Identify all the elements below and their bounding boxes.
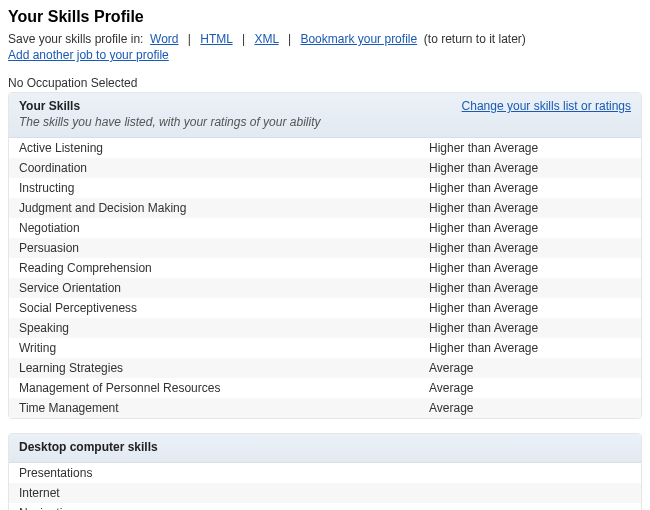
skill-rating: Higher than Average [429, 240, 631, 256]
page-title: Your Skills Profile [8, 8, 642, 26]
skill-row: Service OrientationHigher than Average [9, 278, 641, 298]
skill-row: SpeakingHigher than Average [9, 318, 641, 338]
skill-rating: Average [429, 380, 631, 396]
skill-row: Social PerceptivenessHigher than Average [9, 298, 641, 318]
skill-name: Judgment and Decision Making [19, 200, 429, 216]
skill-name: Active Listening [19, 140, 429, 156]
add-job-line: Add another job to your profile [8, 48, 642, 62]
skill-rating: Higher than Average [429, 320, 631, 336]
skill-row: Management of Personnel ResourcesAverage [9, 378, 641, 398]
skill-name: Writing [19, 340, 429, 356]
desktop-skill-name: Presentations [19, 465, 429, 481]
skill-rating: Average [429, 400, 631, 416]
skill-row: Reading ComprehensionHigher than Average [9, 258, 641, 278]
skill-row: Learning StrategiesAverage [9, 358, 641, 378]
separator: | [242, 32, 245, 46]
skill-name: Reading Comprehension [19, 260, 429, 276]
skill-row: Active ListeningHigher than Average [9, 138, 641, 158]
skill-name: Social Perceptiveness [19, 300, 429, 316]
skill-row: NegotiationHigher than Average [9, 218, 641, 238]
skill-rating: Higher than Average [429, 180, 631, 196]
skill-rating: Average [429, 360, 631, 376]
skill-rating: Higher than Average [429, 140, 631, 156]
skill-rating: Higher than Average [429, 160, 631, 176]
desktop-skill-name: Navigation [19, 505, 429, 510]
skill-rating: Higher than Average [429, 340, 631, 356]
skill-name: Learning Strategies [19, 360, 429, 376]
separator: | [288, 32, 291, 46]
skill-name: Management of Personnel Resources [19, 380, 429, 396]
save-text: Save your skills profile in: [8, 32, 143, 46]
your-skills-panel: Your Skills The skills you have listed, … [8, 92, 642, 419]
skill-name: Negotiation [19, 220, 429, 236]
skill-row: CoordinationHigher than Average [9, 158, 641, 178]
change-skills-link[interactable]: Change your skills list or ratings [462, 99, 631, 113]
skill-name: Instructing [19, 180, 429, 196]
separator: | [188, 32, 191, 46]
save-suffix: (to return to it later) [424, 32, 526, 46]
skill-rating: Higher than Average [429, 260, 631, 276]
desktop-skill-row: Presentations [9, 463, 641, 483]
skill-rating: Higher than Average [429, 280, 631, 296]
skill-row: Judgment and Decision MakingHigher than … [9, 198, 641, 218]
save-xml-link[interactable]: XML [254, 32, 278, 46]
skill-row: InstructingHigher than Average [9, 178, 641, 198]
save-word-link[interactable]: Word [150, 32, 178, 46]
skill-rating: Higher than Average [429, 200, 631, 216]
desktop-skills-panel: Desktop computer skills PresentationsInt… [8, 433, 642, 510]
desktop-skills-title: Desktop computer skills [19, 440, 631, 454]
skill-rating: Higher than Average [429, 220, 631, 236]
no-occupation-text: No Occupation Selected [8, 76, 642, 90]
bookmark-profile-link[interactable]: Bookmark your profile [300, 32, 417, 46]
desktop-skills-rows: PresentationsInternetNavigationWord Proc… [9, 463, 641, 510]
save-html-link[interactable]: HTML [200, 32, 232, 46]
skill-rating: Higher than Average [429, 300, 631, 316]
skill-name: Speaking [19, 320, 429, 336]
save-line: Save your skills profile in: Word | HTML… [8, 32, 642, 46]
skill-name: Persuasion [19, 240, 429, 256]
skill-name: Coordination [19, 160, 429, 176]
add-job-link[interactable]: Add another job to your profile [8, 48, 169, 62]
your-skills-header: Your Skills The skills you have listed, … [9, 93, 641, 138]
your-skills-rows: Active ListeningHigher than AverageCoord… [9, 138, 641, 418]
skill-row: WritingHigher than Average [9, 338, 641, 358]
your-skills-subtitle: The skills you have listed, with your ra… [19, 115, 631, 129]
skill-row: PersuasionHigher than Average [9, 238, 641, 258]
skill-row: Time ManagementAverage [9, 398, 641, 418]
desktop-skill-name: Internet [19, 485, 429, 501]
desktop-skill-row: Internet [9, 483, 641, 503]
desktop-skill-row: Navigation [9, 503, 641, 510]
desktop-skills-header: Desktop computer skills [9, 434, 641, 463]
skill-name: Service Orientation [19, 280, 429, 296]
skill-name: Time Management [19, 400, 429, 416]
